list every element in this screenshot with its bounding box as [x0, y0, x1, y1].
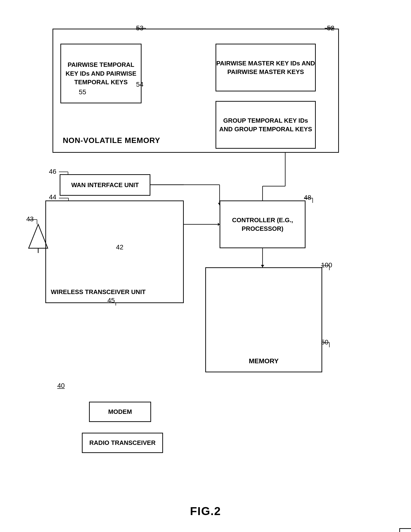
wan-box: WAN INTERFACE UNIT [60, 174, 150, 196]
nvm-outer-box: NON-VOLATILE MEMORY PAIRWISE TEMPORAL KE… [53, 29, 339, 153]
ref-43: 43 [26, 215, 34, 223]
ref-44: 44 [49, 193, 56, 201]
gtk-box: GROUP TEMPORAL KEY IDs AND GROUP TEMPORA… [216, 101, 316, 149]
figure-label: FIG.2 [190, 504, 221, 518]
memory-box: MEMORY GROUP KEY MANAGEMENT PROCESS LOGI… [205, 267, 322, 372]
ptk-label: PAIRWISE TEMPORAL KEY IDs AND PAIRWISE T… [61, 60, 141, 86]
wan-label: WAN INTERFACE UNIT [71, 181, 139, 189]
controller-label: CONTROLLER (E.G., PROCESSOR) [220, 216, 305, 233]
svg-marker-10 [261, 265, 264, 267]
ref-45: 45 [107, 297, 115, 304]
ref-40-area: 40 [57, 382, 65, 390]
nvm-label: NON-VOLATILE MEMORY [63, 136, 160, 145]
controller-box: CONTROLLER (E.G., PROCESSOR) [220, 200, 306, 248]
ref-52: 52 [327, 24, 335, 32]
rt-label: RADIO TRANSCEIVER [89, 439, 155, 446]
ref-100: 100 [321, 261, 332, 269]
antenna [26, 222, 50, 254]
ref-48: 48 [304, 194, 311, 201]
pmk-box: PAIRWISE MASTER KEY IDs AND PAIRWISE MAS… [216, 44, 316, 91]
ref-54: 54 [136, 81, 143, 88]
pmk-label: PAIRWISE MASTER KEY IDs AND PAIRWISE MAS… [216, 59, 315, 76]
ref-50: 50 [321, 338, 328, 346]
ref-46: 46 [49, 168, 56, 175]
svg-marker-8 [218, 223, 220, 226]
ref-40: 40 [57, 382, 65, 389]
rt-box: RADIO TRANSCEIVER [82, 433, 163, 453]
ref-53: 53 [136, 24, 143, 32]
modem-box: MODEM [89, 402, 151, 422]
svg-marker-36 [29, 224, 48, 248]
gtk-label: GROUP TEMPORAL KEY IDs AND GROUP TEMPORA… [216, 116, 315, 134]
wtu-label: WIRELESS TRANSCEIVER UNIT [51, 288, 146, 296]
ref-55: 55 [79, 88, 86, 96]
ptk-box: PAIRWISE TEMPORAL KEY IDs AND PAIRWISE T… [60, 44, 142, 103]
memory-label: MEMORY [249, 357, 279, 365]
gkm-box: GROUP KEY MANAGEMENT PROCESS LOGIC [399, 528, 411, 532]
modem-label: MODEM [108, 408, 132, 416]
ref-42: 42 [116, 243, 123, 251]
wtu-box: WIRELESS TRANSCEIVER UNIT MODEM RADIO TR… [45, 200, 184, 303]
